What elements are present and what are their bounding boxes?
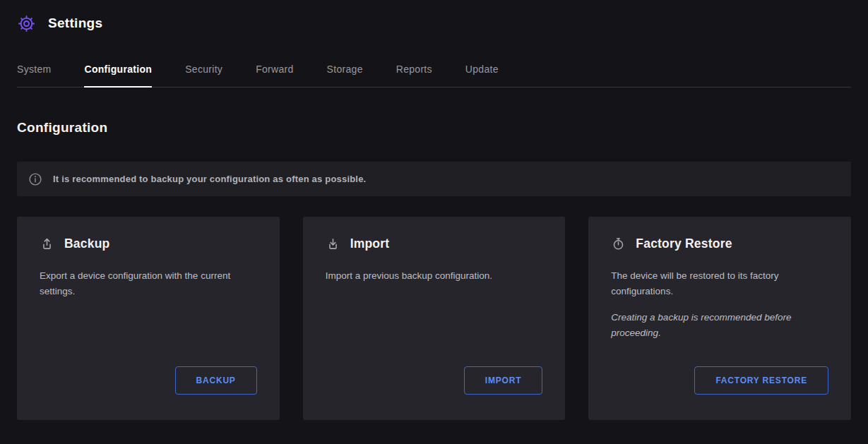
backup-card-header: Backup (40, 236, 257, 251)
info-icon (28, 172, 43, 187)
tab-system[interactable]: System (17, 64, 51, 87)
import-card-description: Import a previous backup configuration. (326, 268, 543, 284)
configuration-cards: Backup Export a device configuration wit… (17, 217, 851, 420)
page-title: Configuration (17, 120, 851, 136)
factory-restore-timer-icon (611, 236, 626, 251)
tab-forward[interactable]: Forward (256, 64, 293, 87)
app-title: Settings (48, 16, 102, 31)
factory-restore-card: Factory Restore The device will be resto… (588, 217, 851, 420)
import-button[interactable]: IMPORT (464, 366, 542, 395)
settings-tab-bar: System Configuration Security Forward St… (17, 64, 851, 88)
export-upload-icon (40, 236, 54, 251)
factory-restore-card-header: Factory Restore (611, 236, 828, 251)
factory-restore-card-title: Factory Restore (636, 236, 732, 251)
tab-storage[interactable]: Storage (327, 64, 363, 87)
backup-button[interactable]: BACKUP (175, 366, 257, 395)
tab-update[interactable]: Update (465, 64, 499, 87)
tab-reports[interactable]: Reports (396, 64, 432, 87)
import-download-icon (326, 236, 340, 251)
tab-security[interactable]: Security (185, 64, 222, 87)
backup-card-description: Export a device configuration with the c… (40, 268, 257, 300)
import-card: Import Import a previous backup configur… (303, 217, 566, 420)
info-banner: It is recommended to backup your configu… (17, 162, 851, 196)
import-card-header: Import (326, 236, 543, 251)
info-banner-text: It is recommended to backup your configu… (53, 174, 366, 184)
backup-card-title: Backup (64, 236, 109, 251)
backup-card: Backup Export a device configuration wit… (17, 217, 280, 420)
settings-gear-icon (17, 14, 36, 33)
factory-restore-card-note: Creating a backup is recommended before … (611, 310, 828, 342)
tab-configuration[interactable]: Configuration (84, 64, 152, 87)
import-card-title: Import (350, 236, 390, 251)
page-header: Settings (17, 0, 851, 35)
factory-restore-card-description: The device will be restored to its facto… (611, 268, 828, 300)
settings-page: Settings System Configuration Security F… (0, 0, 868, 444)
factory-restore-button[interactable]: FACTORY RESTORE (694, 366, 828, 395)
